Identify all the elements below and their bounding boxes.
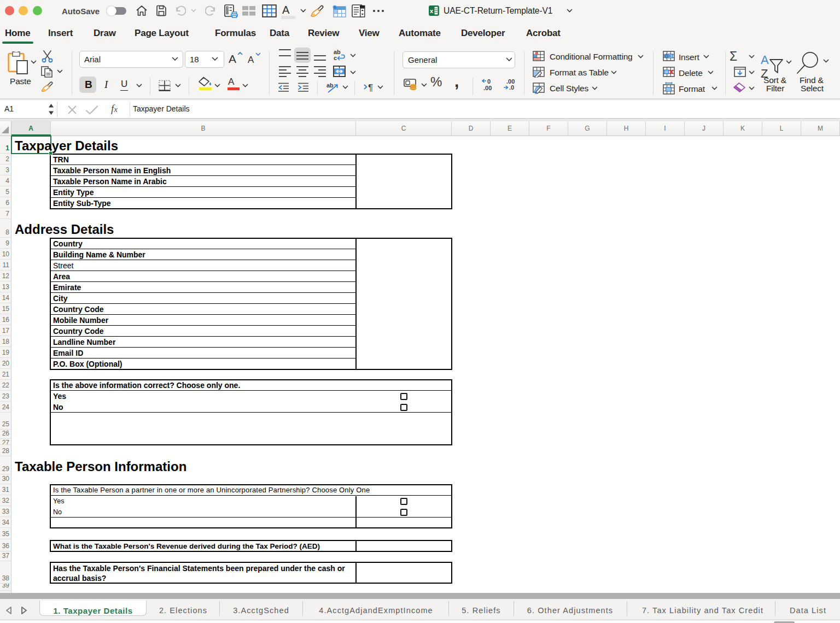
svg-text:x: x	[430, 8, 434, 14]
svg-text:.0: .0	[509, 84, 514, 91]
svg-text:.00: .00	[483, 85, 492, 91]
svg-text:¶: ¶	[368, 83, 373, 92]
svg-text:A: A	[761, 53, 769, 67]
svg-text:c: c	[334, 55, 337, 61]
svg-text:0: 0	[487, 78, 491, 85]
svg-text:ab: ab	[326, 82, 334, 89]
